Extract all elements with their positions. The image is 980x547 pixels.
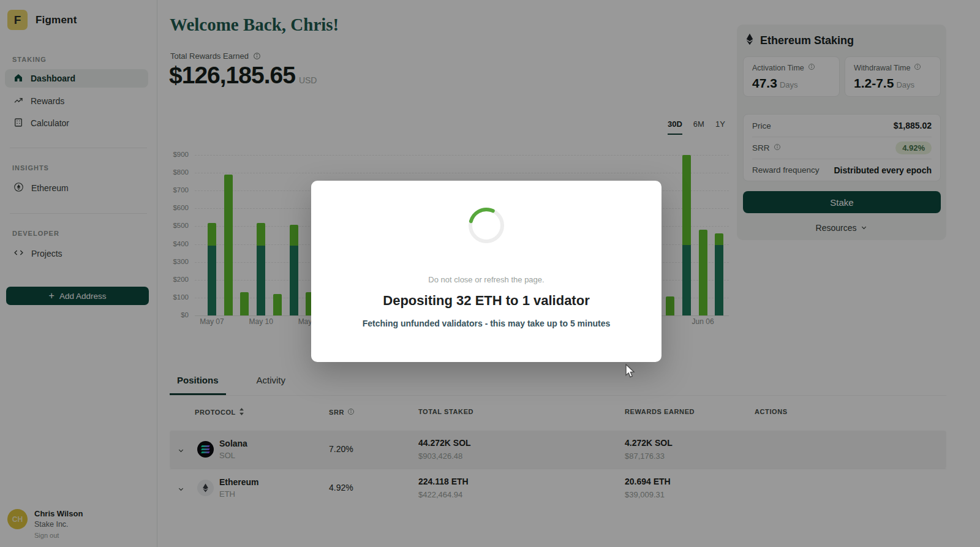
mouse-cursor xyxy=(624,364,636,381)
app-window: F Figment STAKING Dashboard Rewards Calc… xyxy=(0,0,980,547)
loading-spinner-icon xyxy=(311,206,662,247)
modal-subtitle: Fetching unfunded validators - this may … xyxy=(311,319,662,328)
deposit-progress-modal: Do not close or refresh the page. Deposi… xyxy=(311,181,662,362)
modal-title: Depositing 32 ETH to 1 validator xyxy=(311,293,662,309)
modal-warning-text: Do not close or refresh the page. xyxy=(311,275,662,284)
